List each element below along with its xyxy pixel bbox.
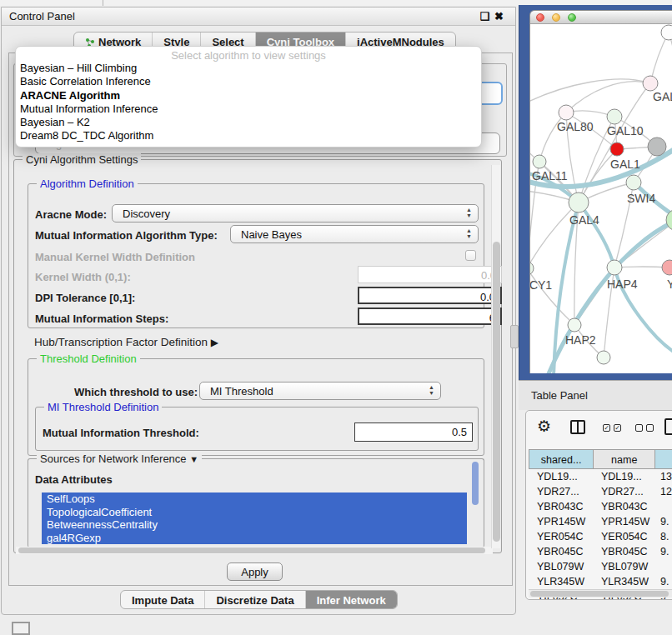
network-node[interactable] (533, 155, 546, 168)
threshold-definition-group: Threshold Definition Which threshold to … (28, 358, 484, 456)
column-header-name[interactable]: name (593, 450, 654, 468)
float-window-icon[interactable]: ❑ (479, 10, 494, 22)
unchecked-checkbox-icon[interactable] (635, 424, 643, 432)
data-attributes-list[interactable]: SelfLoopsTopologicalCoefficientBetweenne… (42, 492, 467, 544)
settings-vscrollbar-thumb[interactable] (493, 242, 500, 542)
attribute-list-scrollbar[interactable] (472, 462, 479, 505)
aracne-mode-label: Aracne Mode: (35, 208, 107, 221)
checked-checkbox-icon[interactable]: ✓ (614, 424, 621, 432)
attribute-list-item[interactable]: TopologicalCoefficient (42, 506, 467, 519)
mi-steps-label: Mutual Information Steps: (35, 312, 168, 325)
mac-minimize-button[interactable] (552, 13, 560, 22)
attribute-list-item[interactable]: gal4RGexp (42, 532, 467, 545)
network-node[interactable] (569, 192, 589, 212)
network-node[interactable] (607, 260, 622, 275)
table-cell: YDR27... (593, 484, 655, 499)
attribute-list-item[interactable]: SelfLoops (42, 492, 467, 506)
network-node[interactable] (597, 351, 610, 364)
table-cell: 8. (655, 529, 672, 544)
table-row[interactable]: YDL19...YDL19...13 (529, 469, 672, 484)
sources-group: Sources for Network Inference ▼ Data Att… (28, 458, 484, 548)
network-node[interactable] (648, 138, 666, 156)
tab-impute-data[interactable]: Impute Data (121, 591, 204, 608)
settings-vscrollbar-track[interactable] (491, 165, 500, 548)
hub-definition-toggle[interactable]: Hub/Transcription Factor Definition ▶ (34, 336, 218, 348)
table-cell: 9. (655, 544, 672, 559)
checked-checkbox-icon[interactable]: ✓ (603, 424, 610, 432)
mi-threshold-definition-title: MI Threshold Definition (44, 401, 162, 413)
algorithm-option[interactable]: Bayesian – K2 (16, 116, 481, 129)
column-header-clipped[interactable] (654, 450, 672, 468)
mac-zoom-button[interactable] (568, 13, 576, 22)
network-node[interactable] (568, 318, 581, 332)
network-canvas[interactable]: GALGAL80GAL10GAL1GAL11SWI4GAL4GCY1HAP4YH… (530, 24, 672, 373)
network-desktop-background: GALGAL80GAL10GAL1GAL11SWI4GAL4GCY1HAP4YH… (519, 5, 672, 380)
minimized-panel-icon[interactable] (12, 622, 30, 635)
control-panel-title: Control Panel (2, 10, 75, 22)
algorithm-option[interactable]: Bayesian – Hill Climbing (16, 62, 481, 75)
network-node[interactable] (626, 175, 641, 190)
mi-threshold-label: Mutual Information Threshold: (43, 427, 199, 439)
table-hscrollbar-track[interactable] (529, 589, 672, 598)
algorithm-option[interactable]: Dream8 DC_TDC Algorithm (16, 129, 481, 142)
mi-threshold-definition-group: MI Threshold Definition Mutual Informati… (35, 407, 479, 451)
close-window-icon[interactable]: ✖ (494, 10, 509, 22)
which-threshold-value: MI Threshold (210, 385, 273, 398)
table-row[interactable]: YPR145WYPR145W9. (529, 514, 672, 529)
gear-icon[interactable]: ⚙ (537, 417, 551, 436)
table-body: YDL19...YDL19...13YDR27...YDR27...12YBR0… (529, 469, 672, 600)
mi-type-combobox[interactable]: Naive Bayes ▲▼ (230, 225, 479, 243)
apply-button[interactable]: Apply (227, 562, 283, 581)
settings-hscrollbar-thumb[interactable] (18, 548, 485, 553)
table-row[interactable]: YBR043CYBR043C (529, 499, 672, 514)
network-node[interactable] (661, 25, 672, 40)
dpi-tolerance-field[interactable]: 0.0 (358, 287, 502, 304)
column-header-shared-name[interactable]: shared... (529, 450, 593, 468)
network-node[interactable] (559, 105, 574, 120)
mac-close-button[interactable] (536, 13, 544, 22)
network-node[interactable] (610, 142, 624, 156)
sources-title-label: Sources for Network Inference (40, 452, 187, 465)
tab-infer-network[interactable]: Infer Network (305, 591, 397, 608)
algorithm-option[interactable]: Basic Correlation Inference (16, 75, 481, 88)
tab-discretize-data[interactable]: Discretize Data (204, 591, 304, 608)
network-node[interactable] (607, 109, 622, 124)
network-window-titlebar (530, 11, 672, 24)
cyni-algorithm-settings-title: Cyni Algorithm Settings (23, 153, 141, 166)
sources-group-title[interactable]: Sources for Network Inference ▼ (37, 452, 202, 465)
network-node[interactable] (643, 76, 658, 91)
unchecked-checkbox-icon[interactable] (646, 424, 654, 432)
table-row[interactable]: YER054CYER054C8. (529, 529, 672, 544)
cyni-algorithm-settings-group: Cyni Algorithm Settings Algorithm Defini… (13, 159, 502, 553)
data-attributes-label: Data Attributes (35, 473, 113, 486)
document-icon[interactable] (664, 418, 672, 435)
table-row[interactable]: YDR27...YDR27...12 (529, 484, 672, 499)
mi-threshold-field[interactable]: 0.5 (354, 422, 473, 442)
panel-splitter-handle[interactable] (510, 325, 519, 348)
which-threshold-combobox[interactable]: MI Threshold ▲▼ (199, 382, 441, 400)
aracne-mode-combobox[interactable]: Discovery ▲▼ (112, 204, 479, 222)
kernel-width-field[interactable]: 0.0 (358, 266, 502, 283)
table-hscrollbar-thumb[interactable] (530, 591, 669, 597)
algorithm-option[interactable]: ARACNE Algorithm (16, 89, 481, 102)
algorithm-option[interactable]: Mutual Information Inference (16, 102, 481, 116)
combo-arrows-icon: ▲▼ (466, 228, 472, 239)
table-cell: YDL19... (529, 469, 593, 484)
node-label: SWI4 (627, 192, 655, 205)
columns-icon[interactable] (570, 420, 585, 434)
mi-steps-field[interactable]: 6 (358, 308, 502, 325)
table-cell: YBR045C (529, 544, 593, 559)
network-node[interactable] (662, 260, 672, 275)
attribute-list-item[interactable]: BetweennessCentrality (42, 518, 467, 532)
table-row[interactable]: YBL079WYBL079W (529, 559, 672, 574)
network-node[interactable] (530, 262, 534, 275)
algorithm-definition-title: Algorithm Definition (37, 178, 138, 190)
table-row[interactable]: YBR045CYBR045C9. (529, 544, 672, 559)
table-cell: 9. (655, 574, 672, 589)
table-row[interactable]: YLR345WYLR345W9. (529, 574, 672, 589)
hub-definition-label: Hub/Transcription Factor Definition (34, 336, 208, 348)
table-cell: YPR145W (529, 514, 593, 529)
control-panel-titlebar: Control Panel ❑✖ (2, 8, 515, 26)
settings-hscrollbar-track[interactable] (16, 547, 493, 554)
manual-kernel-checkbox[interactable] (465, 250, 476, 261)
